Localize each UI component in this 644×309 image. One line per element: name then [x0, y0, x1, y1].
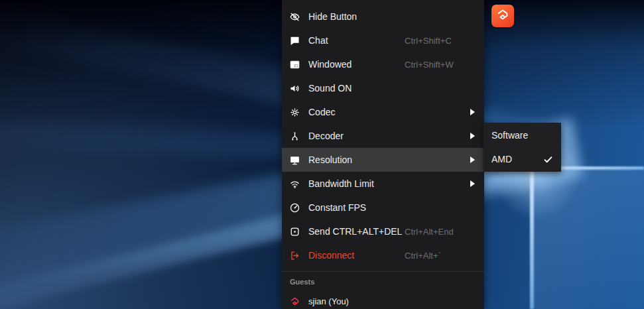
submenu-item-software[interactable]: Software: [483, 123, 561, 147]
menu-item-label: Constant FPS: [308, 202, 366, 213]
menu-item-label: Decoder: [308, 131, 344, 141]
menu-item-label: Send CTRL+ALT+DEL: [308, 226, 402, 237]
submenu-item-amd[interactable]: AMD: [483, 147, 561, 171]
menu-item-label: Chat: [308, 35, 328, 46]
menu-item-label: Bandwidth Limit: [308, 178, 374, 189]
menu-item-chat[interactable]: Chat Ctrl+Shift+C: [282, 29, 484, 52]
submenu-arrow-icon: [470, 133, 475, 139]
menu-item-shortcut: Ctrl+Alt+End: [405, 227, 454, 237]
check-icon: [543, 154, 553, 164]
menu-item-shortcut: Ctrl+Shift+C: [405, 36, 452, 46]
menu-item-disconnect[interactable]: Disconnect Ctrl+Alt+`: [282, 243, 484, 267]
guests-section-header: Guests: [282, 272, 484, 289]
decoder-branch-icon: [289, 130, 300, 142]
decoder-submenu: Software AMD: [483, 123, 561, 172]
monitor-icon: [289, 154, 300, 166]
menu-item-decoder[interactable]: Decoder: [282, 124, 484, 148]
guest-list-item: sjian (You): [282, 289, 484, 309]
submenu-item-label: AMD: [491, 154, 512, 164]
chat-icon: [289, 34, 300, 46]
menu-item-sound[interactable]: Sound ON: [282, 76, 484, 100]
menu-item-resolution[interactable]: Resolution: [282, 148, 484, 172]
submenu-arrow-icon: [470, 109, 475, 115]
eye-off-icon: [289, 11, 300, 23]
menu-item-bandwidth-limit[interactable]: Bandwidth Limit: [282, 172, 484, 196]
menu-item-label: Codec: [308, 107, 335, 117]
codec-gear-icon: [289, 106, 300, 118]
remote-desktop-screen: Hide Button Chat Ctrl+Shift+C Windowed C…: [0, 0, 644, 309]
gauge-icon: [289, 202, 300, 214]
keycap-icon: [289, 225, 300, 237]
speaker-icon: [289, 82, 300, 94]
parsec-context-menu: Hide Button Chat Ctrl+Shift+C Windowed C…: [282, 0, 484, 309]
windowed-icon: [289, 58, 300, 70]
submenu-item-label: Software: [491, 130, 528, 141]
menu-item-hide-button[interactable]: Hide Button: [282, 5, 484, 29]
submenu-arrow-icon: [470, 156, 475, 163]
menu-item-send-ctrl-alt-del[interactable]: Send CTRL+ALT+DEL Ctrl+Alt+End: [282, 219, 484, 243]
submenu-arrow-icon: [470, 180, 475, 187]
menu-item-label: Disconnect: [308, 250, 354, 261]
wifi-icon: [289, 178, 300, 190]
disconnect-icon: [289, 249, 300, 261]
menu-item-codec[interactable]: Codec: [282, 100, 484, 124]
menu-item-label: Sound ON: [308, 83, 352, 93]
parsec-overlay-button[interactable]: [491, 5, 514, 27]
parsec-logo-icon: [495, 7, 510, 25]
menu-item-label: Hide Button: [308, 11, 357, 22]
menu-item-shortcut: Ctrl+Shift+W: [405, 60, 454, 70]
menu-item-label: Windowed: [308, 59, 352, 70]
menu-item-constant-fps[interactable]: Constant FPS: [282, 196, 484, 219]
menu-item-shortcut: Ctrl+Alt+`: [405, 251, 441, 261]
guest-name: sjian (You): [308, 296, 349, 306]
menu-item-label: Resolution: [308, 154, 352, 165]
parsec-logo-icon: [289, 295, 300, 307]
menu-item-windowed[interactable]: Windowed Ctrl+Shift+W: [282, 52, 484, 76]
